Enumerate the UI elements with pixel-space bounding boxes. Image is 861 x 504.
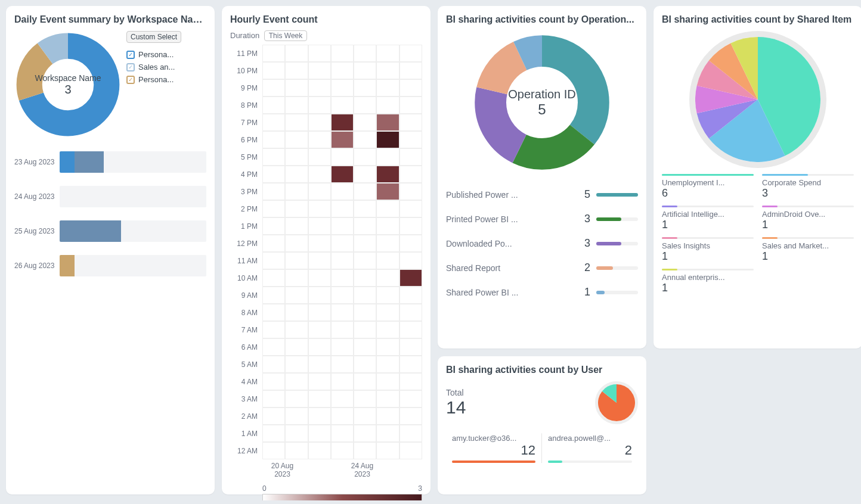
user-pie-chart — [595, 381, 638, 424]
shared-item-entry[interactable]: AdminDroid Ove...1 — [762, 206, 854, 231]
legend-item[interactable]: ✓Persona... — [126, 75, 206, 84]
donut-center-label: Operation ID — [508, 88, 575, 101]
total-label: Total — [446, 388, 466, 397]
card-daily-event-summary: Daily Event summary by Workspace Name Wo… — [6, 6, 215, 494]
daily-bars: 23 Aug 2023 24 Aug 2023 25 Aug 2023 26 A… — [14, 151, 206, 276]
card-bi-by-shared-item: BI sharing activities count by Shared It… — [654, 6, 861, 349]
card-title: BI sharing activities count by Operation… — [446, 14, 638, 25]
card-bi-by-user: BI sharing activities count by User Tota… — [438, 356, 646, 494]
operation-list-item[interactable]: Published Power ...5 — [446, 182, 638, 207]
shared-item-pie-chart — [689, 31, 826, 168]
shared-item-entry[interactable]: Corporate Spend3 — [762, 174, 854, 200]
user-entry[interactable]: amy.tucker@o36...12 — [446, 434, 542, 463]
legend-item[interactable]: ✓Sales an... — [126, 63, 206, 71]
operation-donut-chart: Operation ID 5 — [470, 31, 614, 174]
shared-item-entry[interactable]: Annual enterpris...1 — [662, 269, 754, 294]
duration-selector[interactable]: This Week — [264, 30, 307, 41]
workspace-donut-chart: Workspace Name 3 — [14, 31, 122, 138]
shared-item-entry[interactable]: Sales and Market...1 — [762, 237, 854, 263]
card-title: BI sharing activities count by User — [446, 365, 638, 375]
operation-list-item[interactable]: Printed Power BI ...3 — [446, 207, 638, 231]
legend-item[interactable]: ✓Persona... — [126, 50, 206, 59]
donut-center-value: 5 — [538, 101, 546, 118]
custom-select-button[interactable]: Custom Select — [126, 31, 181, 43]
operation-list-item[interactable]: Shared Power BI ...1 — [446, 280, 638, 304]
shared-item-entry[interactable]: Artificial Intellige...1 — [662, 206, 754, 231]
donut-center-value: 3 — [64, 83, 71, 97]
operation-list-item[interactable]: Downloaded Po...3 — [446, 231, 638, 256]
user-entry[interactable]: andrea.powell@...2 — [542, 434, 638, 463]
card-bi-by-operation: BI sharing activities count by Operation… — [438, 6, 646, 349]
donut-center-label: Workspace Name — [35, 73, 101, 83]
operation-list-item[interactable]: Shared Report2 — [446, 256, 638, 280]
card-title: Daily Event summary by Workspace Name — [14, 14, 206, 25]
card-title: Hourly Event count — [230, 14, 422, 25]
heatmap-scale: 03 LowHigh — [262, 484, 422, 500]
shared-item-entry[interactable]: Unemployment I...6 — [662, 174, 754, 200]
total-value: 14 — [446, 397, 466, 418]
heatmap-chart: 11 PM10 PM9 PM8 PM7 PM6 PM5 PM4 PM3 PM2 … — [230, 45, 422, 459]
card-title: BI sharing activities count by Shared It… — [662, 14, 854, 25]
duration-label: Duration — [230, 31, 259, 40]
card-hourly-event-count: Hourly Event count Duration This Week 11… — [222, 6, 430, 494]
shared-item-entry[interactable]: Sales Insights1 — [662, 237, 754, 263]
